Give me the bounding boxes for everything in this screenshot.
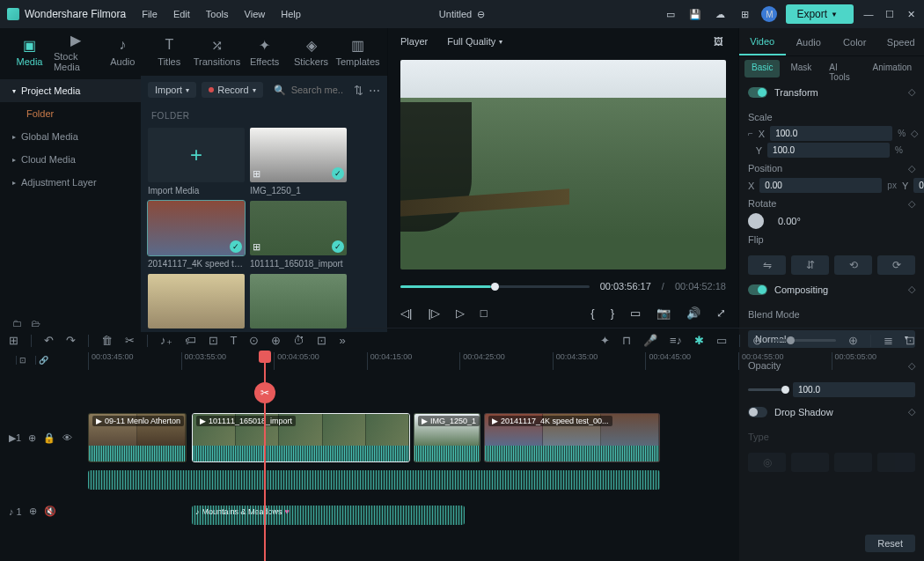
keyframe-icon[interactable]: ◇ [908, 86, 915, 98]
track-toggle-icon[interactable]: ⊡ [16, 356, 26, 365]
menu-tools[interactable]: Tools [206, 9, 229, 19]
keyframe-icon[interactable]: ◇ [911, 128, 918, 139]
pos-y-input[interactable] [913, 178, 924, 193]
stopwatch-icon[interactable]: ⏱ [293, 334, 304, 347]
audio-waveform[interactable] [88, 470, 660, 490]
scissors-icon[interactable]: ✂ [254, 382, 275, 403]
video-track-icon[interactable]: ▶1 [9, 432, 21, 444]
close-button[interactable]: ✕ [905, 9, 917, 20]
zoom-in-icon[interactable]: ⊕ [848, 334, 858, 347]
tree-folder[interactable]: Folder [0, 102, 141, 125]
mixer-icon[interactable]: ≡♪ [670, 334, 682, 347]
prop-tab-audio[interactable]: Audio [786, 28, 832, 55]
track-lock-icon[interactable]: 🔒 [43, 432, 55, 444]
scale-x-input[interactable] [770, 126, 892, 141]
tag-icon[interactable]: 🏷 [185, 334, 196, 347]
audio-clip[interactable]: ♪Mountains & Meadows♥ [192, 506, 465, 525]
thumb-item[interactable] [148, 274, 245, 328]
adjust-icon[interactable]: ⊕ [271, 334, 281, 347]
audio-track-label[interactable]: ♪ 1 [9, 506, 22, 517]
record-dropdown[interactable]: Record▾ [202, 82, 262, 98]
clip[interactable]: ▶20141117_4K speed test_00... [484, 413, 660, 462]
settings-icon[interactable]: ⊡ [906, 334, 915, 347]
step-back-icon[interactable]: |▷ [428, 306, 439, 320]
thumb-item[interactable] [250, 274, 347, 328]
tab-templates[interactable]: ▥Templates [335, 33, 380, 70]
magnet-icon[interactable]: ⊓ [622, 334, 631, 347]
music-icon[interactable]: ♪₊ [160, 334, 172, 347]
thumb-import[interactable]: + Import Media [148, 128, 245, 196]
new-folder-icon[interactable]: 🗁 [31, 318, 40, 328]
delete-icon[interactable]: 🗑 [101, 334, 113, 347]
flip-v-button[interactable]: ⇵ [791, 255, 829, 275]
scale-y-input[interactable] [767, 143, 890, 158]
snapshot-icon[interactable]: 🖼 [710, 33, 726, 49]
thumb-item[interactable]: ✓ 20141117_4K speed test_00... [148, 201, 245, 269]
more-icon[interactable]: ⋯ [369, 84, 380, 97]
rotate-knob[interactable] [748, 213, 764, 229]
link-icon[interactable]: ✱ [694, 334, 704, 347]
maximize-button[interactable]: ☐ [884, 9, 896, 20]
volume-icon[interactable]: 🔊 [686, 306, 700, 320]
menu-file[interactable]: File [142, 9, 158, 19]
flip-h-button[interactable]: ⇋ [748, 255, 786, 275]
monitor-icon[interactable]: ▭ [663, 6, 678, 22]
user-avatar[interactable]: M [761, 6, 777, 22]
progress-slider[interactable] [400, 285, 590, 288]
more-tools-icon[interactable]: » [339, 334, 345, 347]
display-icon[interactable]: ▭ [630, 306, 641, 320]
prop-sub-mask[interactable]: Mask [783, 60, 818, 78]
prop-tab-color[interactable]: Color [832, 28, 878, 55]
stop-icon[interactable]: □ [480, 306, 488, 320]
prop-sub-basic[interactable]: Basic [744, 60, 780, 78]
prev-frame-icon[interactable]: ◁| [400, 306, 412, 320]
playhead[interactable]: ✂ [264, 352, 266, 561]
mic-icon[interactable]: 🎤 [643, 334, 657, 347]
search-field[interactable]: 🔍 [268, 85, 348, 96]
timer-icon[interactable]: ⊙ [249, 334, 259, 347]
track-visible-icon[interactable]: 👁 [62, 432, 72, 443]
menu-help[interactable]: Help [281, 9, 301, 19]
tab-audio[interactable]: ♪Audio [100, 33, 145, 70]
save-icon[interactable]: 💾 [687, 6, 703, 22]
thumb-item[interactable]: ⊞✓ IMG_1250_1 [250, 128, 347, 196]
mark-in-icon[interactable]: { [590, 306, 594, 320]
transform-toggle[interactable] [748, 87, 767, 98]
quality-dropdown[interactable]: Full Quality ▾ [440, 33, 510, 49]
track-mute-icon[interactable]: 🔇 [44, 506, 56, 517]
prop-sub-animation[interactable]: Animation [866, 60, 919, 78]
prop-tab-video[interactable]: Video [739, 28, 786, 55]
redo-icon[interactable]: ↷ [66, 334, 76, 347]
undo-icon[interactable]: ↶ [44, 334, 54, 347]
rotate-ccw-button[interactable]: ⟲ [834, 255, 872, 275]
tab-transitions[interactable]: ⤮Transitions [194, 33, 240, 70]
aspect-icon[interactable]: ▭ [716, 334, 727, 347]
text-icon[interactable]: T [231, 334, 238, 347]
preview-viewport[interactable] [400, 60, 726, 269]
zoom-out-icon[interactable]: ⊖ [752, 334, 762, 347]
prop-tab-speed[interactable]: Speed [878, 28, 925, 55]
clip[interactable]: ▶09-11 Menlo Atherton [88, 413, 187, 462]
tab-stickers[interactable]: ◈Stickers [289, 33, 334, 70]
bin-icon[interactable]: 🗀 [12, 318, 22, 328]
filter-icon[interactable]: ⇅ [354, 84, 363, 97]
tab-stock[interactable]: ▶Stock Media [54, 28, 99, 76]
menu-view[interactable]: View [245, 9, 266, 19]
pos-x-input[interactable] [759, 178, 882, 193]
keyframe-icon[interactable]: ◇ [908, 284, 915, 295]
tab-media[interactable]: ▣Media [7, 33, 52, 70]
timeline-ruler[interactable]: ⊡🔗 00:03:45:00 00:03:55:00 00:04:05:00 0… [0, 352, 924, 370]
track-add-icon[interactable]: ⊕ [28, 432, 36, 444]
search-input[interactable] [291, 85, 343, 95]
import-dropdown[interactable]: Import▾ [148, 82, 196, 98]
tracking-icon[interactable]: ⊡ [317, 334, 326, 347]
tree-adjustment-layer[interactable]: ▸Adjustment Layer [0, 171, 141, 194]
link-icon[interactable]: ⌐ [748, 129, 753, 138]
list-view-icon[interactable]: ≣ [884, 334, 893, 347]
grid-icon[interactable]: ⊞ [9, 334, 18, 347]
fullscreen-icon[interactable]: ⤢ [716, 306, 726, 320]
export-button[interactable]: Export▼ [786, 4, 854, 24]
tree-project-media[interactable]: ▾Project Media [0, 79, 141, 102]
keyframe-icon[interactable]: ◇ [908, 198, 915, 210]
keyframe-icon[interactable]: ◇ [908, 163, 915, 174]
